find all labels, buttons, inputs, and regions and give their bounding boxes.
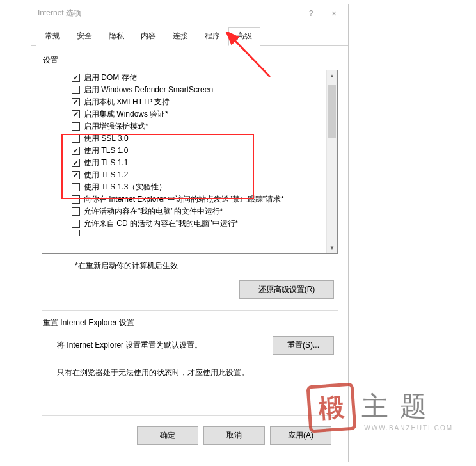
opt-label: 使用 SSL 3.0 — [84, 133, 129, 144]
checkbox-icon[interactable] — [72, 134, 80, 143]
opt-active-cd[interactable]: 允许来自 CD 的活动内容在"我的电脑"中运行* — [72, 218, 326, 230]
checkbox-icon[interactable] — [72, 195, 80, 204]
tabstrip: 常规 安全 隐私 内容 连接 程序 高级 — [31, 22, 348, 46]
tab-connections[interactable]: 连接 — [164, 27, 196, 46]
opt-label: 使用 TLS 1.1 — [84, 157, 128, 168]
settings-listbox: 启用 DOM 存储 启用 Windows Defender SmartScree… — [42, 70, 338, 254]
checkbox-icon[interactable] — [72, 207, 80, 216]
watermark-sub: WWW.BANZHUTI.COM — [364, 424, 453, 431]
scroll-track[interactable] — [327, 81, 337, 243]
tab-programs[interactable]: 程序 — [196, 27, 228, 46]
watermark-stamp: 椴 — [306, 383, 357, 433]
scroll-thumb[interactable] — [328, 85, 336, 138]
opt-label: 启用集成 Windows 验证* — [84, 109, 168, 120]
opt-label: 允许来自 CD 的活动内容在"我的电脑"中运行* — [84, 218, 238, 229]
close-button[interactable]: × — [322, 6, 345, 21]
opt-active-mycomputer[interactable]: 允许活动内容在"我的电脑"的文件中运行* — [72, 205, 326, 218]
reset-hint: 只有在浏览器处于无法使用的状态时，才应使用此设置。 — [57, 367, 338, 378]
watermark: 椴 主题 WWW.BANZHUTI.COM — [308, 384, 453, 431]
checkbox-icon[interactable] — [72, 230, 80, 236]
tab-content[interactable]: 内容 — [132, 27, 164, 46]
opt-label: 启用 DOM 存储 — [84, 72, 137, 83]
settings-label: 设置 — [43, 55, 338, 66]
opt-label: 启用本机 XMLHTTP 支持 — [84, 97, 170, 108]
restore-defaults-button[interactable]: 还原高级设置(R) — [239, 280, 334, 299]
scroll-down-icon[interactable]: ▼ — [327, 243, 337, 253]
window-title: Internet 选项 — [38, 8, 299, 19]
opt-cutoff[interactable] — [72, 230, 326, 236]
opt-tls13[interactable]: 使用 TLS 1.3（实验性） — [72, 181, 326, 193]
scrollbar[interactable]: ▲ ▼ — [326, 70, 337, 253]
checkbox-icon[interactable] — [72, 171, 80, 179]
tab-advanced[interactable]: 高级 — [228, 27, 260, 46]
divider — [42, 310, 338, 311]
checkbox-icon[interactable] — [72, 98, 80, 106]
reset-button[interactable]: 重置(S)... — [273, 336, 334, 355]
help-button[interactable]: ? — [299, 6, 322, 21]
watermark-title: 主题 — [361, 389, 438, 424]
reset-section-header: 重置 Internet Explorer 设置 — [43, 317, 338, 328]
checkbox-icon[interactable] — [72, 86, 80, 94]
restart-note: *在重新启动你的计算机后生效 — [75, 261, 338, 271]
tab-general[interactable]: 常规 — [36, 27, 68, 46]
checkbox-icon[interactable] — [72, 110, 80, 118]
opt-label: 使用 TLS 1.3（实验性） — [84, 182, 166, 193]
opt-label: 启用增强保护模式* — [84, 121, 148, 132]
tab-privacy[interactable]: 隐私 — [100, 27, 132, 46]
opt-label: 允许活动内容在"我的电脑"的文件中运行* — [84, 206, 223, 217]
ok-button[interactable]: 确定 — [137, 426, 198, 445]
opt-label: 启用 Windows Defender SmartScreen — [84, 84, 213, 95]
opt-dom-storage[interactable]: 启用 DOM 存储 — [72, 72, 326, 84]
opt-ssl30[interactable]: 使用 SSL 3.0 — [72, 133, 326, 145]
titlebar: Internet 选项 ? × — [31, 4, 348, 22]
cancel-button[interactable]: 取消 — [203, 426, 265, 445]
reset-text: 将 Internet Explorer 设置重置为默认设置。 — [57, 340, 253, 351]
settings-list: 启用 DOM 存储 启用 Windows Defender SmartScree… — [42, 70, 326, 253]
opt-xmlhttp[interactable]: 启用本机 XMLHTTP 支持 — [72, 96, 326, 108]
opt-integrated-auth[interactable]: 启用集成 Windows 验证* — [72, 108, 326, 120]
opt-label: 使用 TLS 1.0 — [84, 145, 128, 156]
checkbox-icon[interactable] — [72, 183, 80, 191]
opt-tls10[interactable]: 使用 TLS 1.0 — [72, 145, 326, 157]
opt-dnt[interactable]: 向你在 Internet Explorer 中访问的站点发送"禁止跟踪"请求* — [72, 193, 326, 205]
opt-smartscreen[interactable]: 启用 Windows Defender SmartScreen — [72, 84, 326, 96]
checkbox-icon[interactable] — [72, 74, 80, 82]
internet-options-dialog: Internet 选项 ? × 常规 安全 隐私 内容 连接 程序 高级 设置 … — [31, 4, 349, 462]
checkbox-icon[interactable] — [72, 147, 80, 155]
opt-label: 向你在 Internet Explorer 中访问的站点发送"禁止跟踪"请求* — [84, 194, 284, 205]
scroll-up-icon[interactable]: ▲ — [327, 70, 337, 81]
checkbox-icon[interactable] — [72, 220, 80, 228]
opt-tls11[interactable]: 使用 TLS 1.1 — [72, 157, 326, 169]
opt-label: 使用 TLS 1.2 — [84, 170, 128, 181]
dialog-footer: 确定 取消 应用(A) — [42, 415, 338, 454]
dialog-body: 设置 启用 DOM 存储 启用 Windows Defender SmartSc… — [31, 46, 348, 462]
opt-tls12[interactable]: 使用 TLS 1.2 — [72, 169, 326, 181]
opt-enhanced-protected[interactable]: 启用增强保护模式* — [72, 120, 326, 133]
checkbox-icon[interactable] — [72, 159, 80, 167]
checkbox-icon[interactable] — [72, 122, 80, 131]
tab-security[interactable]: 安全 — [68, 27, 100, 46]
